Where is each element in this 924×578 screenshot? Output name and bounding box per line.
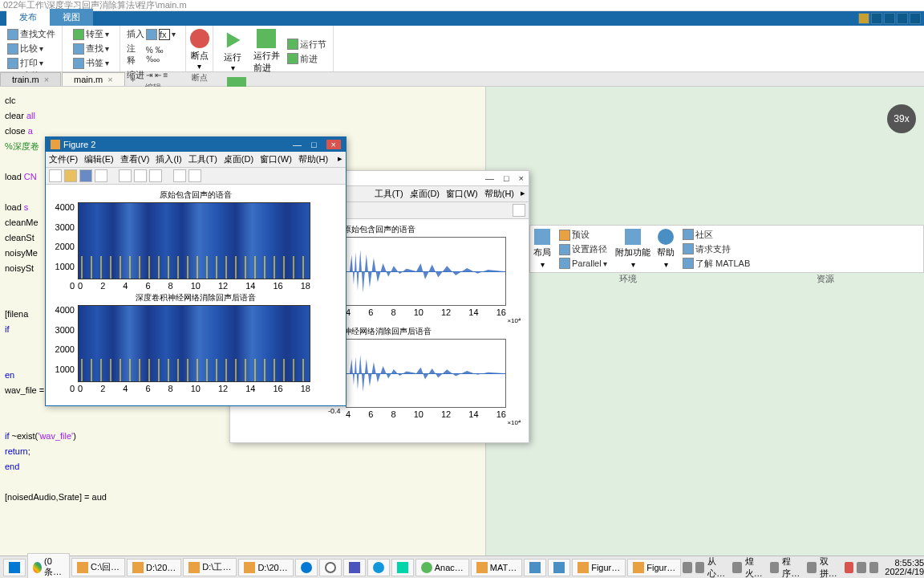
figure-window-2[interactable]: Figure 2 —□× 文件(F) 编辑(E) 查看(V) 插入(I) 工具(… xyxy=(45,136,346,406)
setpath-button[interactable]: 设置路径 xyxy=(557,242,609,256)
close-icon[interactable]: × xyxy=(44,75,49,84)
figure2-toolbar xyxy=(46,168,346,185)
taskbar-item[interactable]: Figur… xyxy=(627,559,681,576)
taskbar-item[interactable]: C:\回… xyxy=(71,558,125,576)
taskbar-item[interactable] xyxy=(319,559,342,576)
addons-button[interactable]: 附加功能▾ xyxy=(615,229,650,269)
find-files-button[interactable]: 查找文件 xyxy=(6,27,57,41)
close-icon[interactable] xyxy=(910,13,921,24)
taskbar-item[interactable]: MAT… xyxy=(471,559,522,576)
close-icon[interactable]: × xyxy=(107,75,112,84)
menu-window[interactable]: 窗口(W) xyxy=(446,188,478,200)
max-icon[interactable] xyxy=(884,13,895,24)
menu-overflow[interactable]: ▸ xyxy=(521,188,525,200)
add-tab-button[interactable]: + xyxy=(126,73,140,86)
menu-help[interactable]: 帮助(H) xyxy=(298,153,328,165)
tray-icon[interactable] xyxy=(695,562,704,573)
taskbar-item[interactable]: D:\20… xyxy=(238,559,293,576)
find-button[interactable]: 查找▾ xyxy=(71,42,111,55)
tool-btn[interactable] xyxy=(134,169,147,182)
run-button[interactable]: 运行▾ xyxy=(218,29,247,74)
ribbon-tab-view[interactable]: 视图 xyxy=(50,9,93,26)
menu-edit[interactable]: 编辑(E) xyxy=(84,153,114,165)
support-button[interactable]: 请求支持 xyxy=(681,242,752,256)
print-icon[interactable] xyxy=(95,169,107,182)
taskbar-item[interactable] xyxy=(367,559,390,576)
taskbar-item[interactable] xyxy=(343,559,366,576)
tray-icon[interactable] xyxy=(770,562,779,573)
menu-desktop[interactable]: 桌面(D) xyxy=(410,188,440,200)
min-icon[interactable]: — xyxy=(485,173,494,183)
taskbar-start[interactable] xyxy=(3,559,26,576)
save-icon[interactable] xyxy=(79,169,92,182)
step-button[interactable]: 前进 xyxy=(286,52,328,66)
tray-icon[interactable] xyxy=(732,562,741,573)
run-advance-button[interactable]: 运行并 前进 xyxy=(249,27,285,75)
taskbar-item[interactable] xyxy=(391,559,414,576)
tray-icon[interactable] xyxy=(845,562,853,573)
goto-button[interactable]: 转至▾ xyxy=(71,27,111,41)
taskbar-item[interactable] xyxy=(548,559,570,576)
tray-text[interactable]: 煌火… xyxy=(745,556,767,579)
tray-icon[interactable] xyxy=(857,562,865,573)
restore-icon[interactable] xyxy=(897,13,908,24)
ribbon-tab-publish[interactable]: 发布 xyxy=(6,9,50,26)
menu-insert[interactable]: 插入(I) xyxy=(156,153,181,165)
menu-tools[interactable]: 工具(T) xyxy=(375,188,403,200)
comment-button[interactable]: 注释 % ‰ ‱ xyxy=(125,42,180,67)
taskbar-item[interactable]: Figur… xyxy=(572,559,626,576)
taskbar-item[interactable]: D:\20… xyxy=(127,559,181,576)
menu-file[interactable]: 文件(F) xyxy=(49,153,78,165)
tool-btn[interactable] xyxy=(513,204,525,217)
tray-text[interactable]: 程序… xyxy=(782,556,804,579)
menu-tools[interactable]: 工具(T) xyxy=(188,153,217,165)
run-section-button[interactable]: 运行节 xyxy=(286,38,328,51)
taskbar-item[interactable] xyxy=(295,559,318,576)
min-icon[interactable]: — xyxy=(293,140,302,149)
tray-text[interactable]: 双拼… xyxy=(820,556,841,579)
close-icon[interactable]: × xyxy=(326,140,341,149)
learn-button[interactable]: 了解 MATLAB xyxy=(681,257,752,271)
tray-icon[interactable] xyxy=(683,562,691,573)
spectrogram-2 xyxy=(78,305,310,382)
open-icon[interactable] xyxy=(64,169,77,182)
menu-help[interactable]: 帮助(H) xyxy=(484,188,514,200)
figure2-titlebar[interactable]: Figure 2 —□× xyxy=(46,137,346,152)
menu-view[interactable]: 查看(V) xyxy=(120,153,150,165)
waveform-plot-1 xyxy=(346,237,506,306)
taskbar-item[interactable]: Anac… xyxy=(415,559,469,576)
clock[interactable]: 8:55:352022/4/19 xyxy=(881,559,924,576)
file-tab-main[interactable]: main.m× xyxy=(62,72,125,86)
bookmark-button[interactable]: 书签▾ xyxy=(71,56,111,70)
min-icon[interactable] xyxy=(871,13,882,24)
help-button[interactable]: 帮助▾ xyxy=(657,229,675,269)
file-tab-train[interactable]: train.m× xyxy=(0,72,61,86)
menu-overflow[interactable]: ▸ xyxy=(338,153,342,165)
tray-icon[interactable] xyxy=(869,562,878,573)
save-icon[interactable] xyxy=(858,13,869,24)
taskbar-item[interactable] xyxy=(524,559,546,576)
tray-text[interactable]: 从心… xyxy=(707,556,729,579)
taskbar-item[interactable]: (0条… xyxy=(27,553,70,578)
print-button[interactable]: 打印▾ xyxy=(6,56,45,70)
max-icon[interactable]: □ xyxy=(311,140,317,149)
pointer-icon[interactable] xyxy=(173,169,186,182)
tool-btn[interactable] xyxy=(119,169,132,182)
menu-window[interactable]: 窗口(W) xyxy=(260,153,292,165)
code-line: clear all xyxy=(5,108,480,124)
layout-button[interactable]: 布局▾ xyxy=(533,229,551,269)
new-icon[interactable] xyxy=(49,169,62,182)
parallel-button[interactable]: Parallel▾ xyxy=(557,257,609,270)
max-icon[interactable]: □ xyxy=(504,173,509,183)
tray-icon[interactable] xyxy=(807,562,816,573)
insert-button[interactable]: 插入 fx▾ xyxy=(125,27,177,41)
community-button[interactable]: 社区 xyxy=(681,228,752,242)
tool-btn[interactable] xyxy=(149,169,162,182)
close-icon[interactable]: × xyxy=(519,173,524,183)
compare-button[interactable]: 比较▾ xyxy=(6,42,45,55)
tool-btn[interactable] xyxy=(188,169,201,182)
taskbar-item[interactable]: D:\工… xyxy=(183,558,237,576)
menu-desktop[interactable]: 桌面(D) xyxy=(224,153,253,165)
pref-button[interactable]: 预设 xyxy=(557,228,609,242)
breakpoint-button[interactable]: 断点▾ xyxy=(185,27,214,72)
